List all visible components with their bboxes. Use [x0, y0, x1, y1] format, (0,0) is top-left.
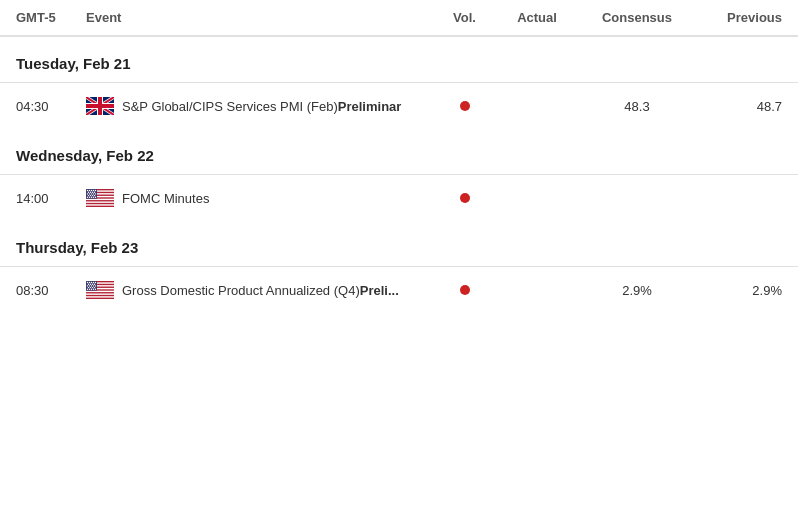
event-vol — [437, 193, 492, 203]
event-previous: 2.9% — [692, 283, 782, 298]
svg-rect-15 — [86, 204, 114, 205]
svg-point-39 — [95, 197, 96, 198]
svg-point-55 — [92, 284, 93, 285]
svg-point-22 — [88, 192, 89, 193]
svg-point-60 — [93, 285, 94, 286]
header-previous: Previous — [692, 10, 782, 25]
svg-point-52 — [95, 282, 96, 283]
svg-rect-14 — [86, 201, 114, 202]
header-vol: Vol. — [437, 10, 492, 25]
table-row[interactable]: 04:30 S&P Global/CIPS Services PMI (Feb)… — [0, 82, 798, 129]
event-consensus: 48.3 — [582, 99, 692, 114]
event-name: Gross Domestic Product Annualized (Q4)Pr… — [122, 283, 437, 298]
flag-us — [86, 281, 122, 299]
svg-point-56 — [94, 284, 95, 285]
header-gmt: GMT-5 — [16, 10, 86, 25]
event-name: S&P Global/CIPS Services PMI (Feb)Prelim… — [122, 99, 437, 114]
svg-rect-8 — [86, 104, 114, 108]
svg-point-32 — [90, 195, 91, 196]
table-row[interactable]: 08:30 — [0, 266, 798, 313]
volatility-dot — [460, 101, 470, 111]
svg-point-17 — [87, 190, 88, 191]
svg-point-59 — [91, 285, 92, 286]
svg-point-66 — [87, 289, 88, 290]
svg-rect-45 — [86, 293, 114, 294]
svg-point-18 — [89, 190, 90, 191]
svg-point-70 — [95, 289, 96, 290]
svg-point-20 — [93, 190, 94, 191]
svg-point-34 — [94, 195, 95, 196]
svg-point-23 — [90, 192, 91, 193]
svg-point-63 — [90, 287, 91, 288]
svg-rect-46 — [86, 296, 114, 297]
svg-point-35 — [87, 197, 88, 198]
svg-point-30 — [95, 193, 96, 194]
svg-point-26 — [87, 193, 88, 194]
svg-point-54 — [90, 284, 91, 285]
svg-rect-44 — [86, 291, 114, 292]
svg-point-50 — [91, 282, 92, 283]
event-name: FOMC Minutes — [122, 191, 437, 206]
event-time: 08:30 — [16, 283, 86, 298]
header-consensus: Consensus — [582, 10, 692, 25]
svg-point-64 — [92, 287, 93, 288]
event-previous: 48.7 — [692, 99, 782, 114]
svg-point-53 — [88, 284, 89, 285]
event-vol — [437, 101, 492, 111]
svg-point-65 — [94, 287, 95, 288]
volatility-dot — [460, 285, 470, 295]
svg-point-48 — [87, 282, 88, 283]
svg-point-61 — [95, 285, 96, 286]
date-header-tuesday: Tuesday, Feb 21 — [0, 37, 798, 82]
svg-point-37 — [91, 197, 92, 198]
flag-us — [86, 189, 122, 207]
svg-point-57 — [87, 285, 88, 286]
header-actual: Actual — [492, 10, 582, 25]
volatility-dot — [460, 193, 470, 203]
svg-point-67 — [89, 289, 90, 290]
svg-point-21 — [95, 190, 96, 191]
table-header: GMT-5 Event Vol. Actual Consensus Previo… — [0, 0, 798, 37]
event-time: 04:30 — [16, 99, 86, 114]
event-vol — [437, 285, 492, 295]
svg-point-38 — [93, 197, 94, 198]
header-event: Event — [86, 10, 437, 25]
svg-rect-13 — [86, 199, 114, 200]
svg-point-36 — [89, 197, 90, 198]
svg-point-58 — [89, 285, 90, 286]
svg-point-68 — [91, 289, 92, 290]
svg-point-62 — [88, 287, 89, 288]
date-header-thursday: Thursday, Feb 23 — [0, 221, 798, 266]
event-time: 14:00 — [16, 191, 86, 206]
date-header-wednesday: Wednesday, Feb 22 — [0, 129, 798, 174]
svg-point-27 — [89, 193, 90, 194]
svg-point-33 — [92, 195, 93, 196]
svg-point-69 — [93, 289, 94, 290]
table-row[interactable]: 14:00 — [0, 174, 798, 221]
svg-point-19 — [91, 190, 92, 191]
svg-point-24 — [92, 192, 93, 193]
svg-point-49 — [89, 282, 90, 283]
event-consensus: 2.9% — [582, 283, 692, 298]
svg-point-29 — [93, 193, 94, 194]
svg-point-31 — [88, 195, 89, 196]
svg-point-28 — [91, 193, 92, 194]
flag-uk — [86, 97, 122, 115]
svg-point-51 — [93, 282, 94, 283]
svg-point-25 — [94, 192, 95, 193]
